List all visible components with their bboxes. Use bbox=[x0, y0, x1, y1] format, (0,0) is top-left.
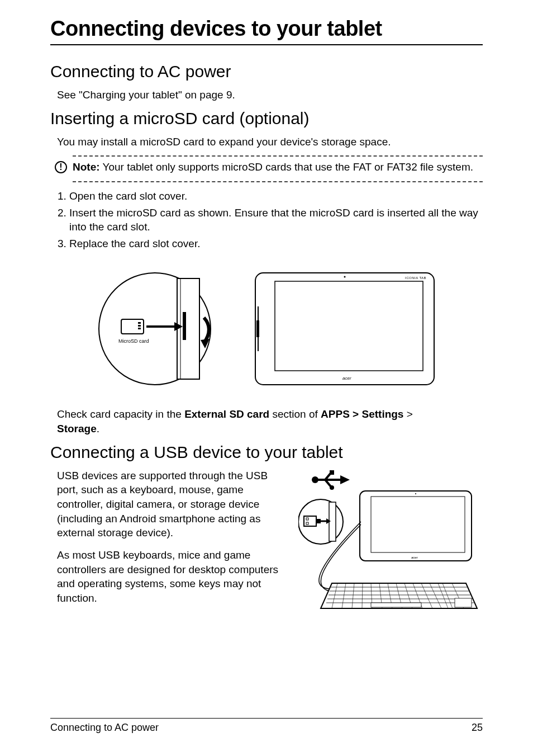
text-bold: APPS > Settings bbox=[321, 408, 403, 420]
text-span: section of bbox=[269, 408, 321, 420]
svg-marker-18 bbox=[340, 475, 350, 484]
list-item: Insert the microSD card as shown. Ensure… bbox=[69, 206, 483, 234]
page-title: Connecting devices to your tablet bbox=[50, 17, 483, 45]
footer-section-name: Connecting to AC power bbox=[50, 722, 159, 734]
list-item: Open the card slot cover. bbox=[69, 189, 483, 204]
page-footer: Connecting to AC power 25 bbox=[50, 718, 483, 734]
svg-rect-6 bbox=[138, 325, 141, 327]
tablet-brand-text: acer bbox=[342, 376, 351, 381]
text-bold: Storage bbox=[57, 423, 97, 434]
text-bold: External SD card bbox=[184, 408, 269, 420]
svg-rect-25 bbox=[304, 516, 316, 526]
figure-tablet-front: ICONIA TAB acer bbox=[250, 267, 440, 390]
note-label: Note: bbox=[73, 161, 100, 173]
list-item: Replace the card slot cover. bbox=[69, 237, 483, 251]
svg-rect-32 bbox=[371, 497, 465, 552]
text-span: . bbox=[97, 423, 99, 434]
footer-page-number: 25 bbox=[472, 722, 483, 734]
text-span: > bbox=[403, 408, 412, 420]
svg-rect-28 bbox=[316, 519, 321, 523]
svg-point-33 bbox=[415, 493, 416, 494]
svg-rect-3 bbox=[183, 312, 186, 340]
steps-list: Open the card slot cover. Insert the mic… bbox=[57, 189, 483, 251]
svg-rect-7 bbox=[138, 328, 141, 329]
svg-point-22 bbox=[330, 485, 334, 490]
note-body: Your tablet only supports microSD cards … bbox=[100, 161, 473, 173]
paragraph-usb-1: USB devices are supported through the US… bbox=[57, 469, 287, 540]
note-block: ! Note: Your tablet only supports microS… bbox=[56, 155, 483, 182]
svg-rect-15 bbox=[256, 320, 259, 337]
tablet-brand-text-small: acer bbox=[411, 556, 418, 559]
alert-icon: ! bbox=[55, 161, 67, 173]
heading-usb: Connecting a USB device to your tablet bbox=[50, 443, 483, 462]
heading-ac-power: Connecting to AC power bbox=[50, 62, 483, 81]
note-divider-bottom bbox=[73, 181, 483, 182]
text-span: Check card capacity in the bbox=[57, 408, 184, 420]
tablet-model-text: ICONIA TAB bbox=[405, 276, 426, 280]
note-text: Note: Your tablet only supports microSD … bbox=[73, 157, 483, 178]
check-capacity-text: Check card capacity in the External SD c… bbox=[57, 407, 483, 436]
heading-microsd: Inserting a microSD card (optional) bbox=[50, 109, 483, 128]
figure-sd-insert: MicroSD card bbox=[93, 267, 233, 390]
paragraph-ac-power: See "Charging your tablet" on page 9. bbox=[57, 88, 483, 102]
svg-rect-5 bbox=[138, 322, 141, 324]
sd-card-label: MicroSD card bbox=[118, 338, 149, 344]
svg-rect-54 bbox=[371, 603, 421, 607]
svg-point-13 bbox=[344, 276, 346, 278]
paragraph-usb-2: As most USB keyboards, mice and game con… bbox=[57, 548, 287, 606]
svg-rect-20 bbox=[330, 470, 334, 475]
svg-rect-55 bbox=[455, 598, 472, 607]
svg-rect-12 bbox=[275, 281, 423, 371]
figure-usb-keyboard: acer bbox=[298, 469, 483, 620]
svg-rect-24 bbox=[329, 502, 336, 541]
paragraph-microsd-intro: You may install a microSD card to expand… bbox=[57, 135, 483, 149]
